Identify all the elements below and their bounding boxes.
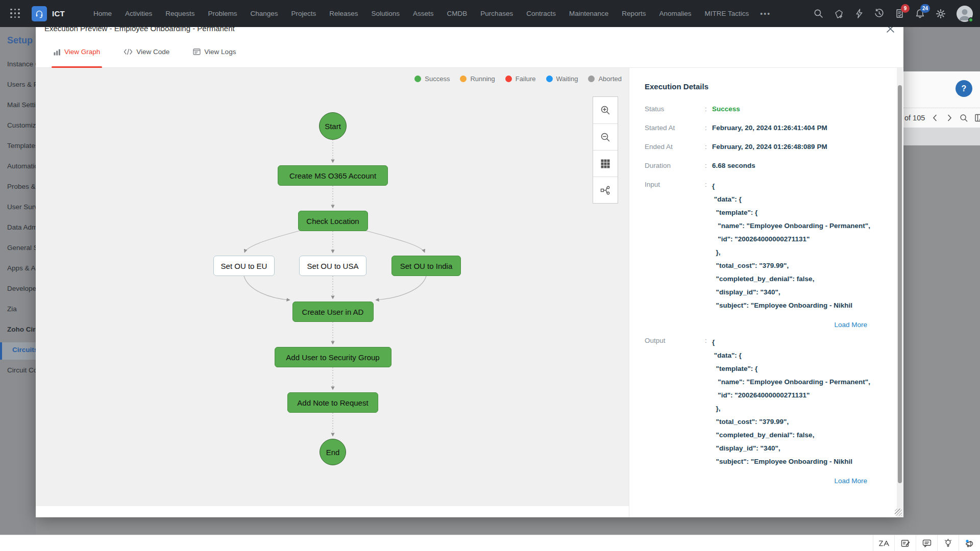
pager-row: of 105	[903, 108, 980, 128]
column-settings-icon[interactable]	[974, 113, 980, 122]
detail-value: February, 20, 2024 01:26:48:089 PM	[712, 142, 827, 152]
nav-item-requests[interactable]: Requests	[165, 10, 194, 17]
presence-dot	[968, 17, 973, 22]
detail-value: 6.68 seconds	[712, 161, 755, 171]
nav-item-reports[interactable]: Reports	[622, 10, 646, 17]
input-load-more-link[interactable]: Load More	[645, 321, 891, 329]
fit-flow-icon[interactable]	[593, 177, 618, 203]
announcement-icon[interactable]	[959, 535, 980, 551]
legend-label: Failure	[516, 75, 536, 83]
sidebar-item-templates[interactable]: Templates	[7, 142, 36, 149]
nav-item-anomalies[interactable]: Anomalies	[659, 10, 692, 17]
detail-label: Duration	[645, 161, 705, 171]
details-scrollbar-thumb[interactable]	[898, 85, 902, 483]
sidebar-item-data-admi[interactable]: Data Admi	[7, 223, 36, 231]
product-logo-headset-icon[interactable]	[32, 6, 47, 21]
legend-label: Success	[425, 75, 450, 83]
app-switcher-icon[interactable]	[10, 9, 20, 19]
graph-node-secgrp[interactable]: Add User to Security Group	[275, 347, 391, 367]
detail-row-duration: Duration:6.68 seconds	[645, 161, 891, 171]
logs-icon	[193, 48, 201, 55]
graph-node-usa[interactable]: Set OU to USA	[299, 256, 366, 276]
zoom-out-icon[interactable]	[593, 123, 618, 150]
gear-icon[interactable]	[936, 9, 946, 19]
sidebar-item-apps-ad[interactable]: Apps & Ad	[7, 264, 36, 272]
nav-item-mitre-tactics[interactable]: MITRE Tactics	[705, 10, 749, 17]
sidebar-item-general-se[interactable]: General Se	[7, 244, 36, 252]
details-title: Execution Details	[645, 82, 891, 91]
nav-item-assets[interactable]: Assets	[413, 10, 434, 17]
nav-item-projects[interactable]: Projects	[291, 10, 316, 17]
modal-resize-handle[interactable]	[895, 509, 902, 516]
zoom-in-icon[interactable]	[593, 97, 618, 123]
sidebar-item-zoho-circu[interactable]: Zoho Circu	[7, 325, 36, 333]
detail-label: Started At	[645, 123, 705, 133]
legend-label: Aborted	[598, 75, 622, 83]
nav-item-activities[interactable]: Activities	[125, 10, 152, 17]
nav-item-solutions[interactable]: Solutions	[372, 10, 400, 17]
detail-label: Ended At	[645, 142, 705, 152]
chevron-right-icon[interactable]	[945, 114, 953, 122]
nav-item-releases[interactable]: Releases	[329, 10, 358, 17]
status-legend: SuccessRunningFailureWaitingAborted	[414, 75, 622, 83]
graph-node-note[interactable]: Add Note to Request	[287, 392, 378, 413]
compose-icon[interactable]	[894, 535, 916, 551]
dimmed-table-area	[903, 145, 980, 535]
nav-item-changes[interactable]: Changes	[250, 10, 278, 17]
nav-item-problems[interactable]: Problems	[208, 10, 237, 17]
setup-sidebar: Setup Instance CUsers & PeMail SettinCus…	[0, 27, 36, 535]
sidebar-item-circuits[interactable]: Circuits	[12, 346, 36, 354]
sidebar-item-instance-c[interactable]: Instance C	[7, 60, 36, 68]
output-load-more-link[interactable]: Load More	[645, 477, 891, 485]
sidebar-item-mail-settin[interactable]: Mail Settin	[7, 101, 36, 109]
graph-node-india[interactable]: Set OU to India	[391, 256, 461, 276]
graph-node-check[interactable]: Check Location	[298, 211, 368, 231]
tab-view-logs[interactable]: View Logs	[193, 36, 236, 68]
sidebar-item-customiza[interactable]: Customiza	[7, 121, 36, 129]
nav-item-home[interactable]: Home	[93, 10, 112, 17]
history-icon[interactable]	[874, 9, 884, 18]
lightbulb-icon[interactable]	[937, 535, 959, 551]
search-icon[interactable]	[814, 9, 823, 18]
detail-value: February, 20, 2024 01:26:41:404 PM	[712, 123, 827, 133]
nav-item-contracts[interactable]: Contracts	[526, 10, 556, 17]
bottom-toolbar	[0, 535, 980, 551]
sidebar-item-users-pe[interactable]: Users & Pe	[7, 81, 36, 88]
sidebar-item-zia[interactable]: Zia	[7, 305, 17, 313]
tab-view-code[interactable]: View Code	[124, 36, 169, 68]
graph-node-start[interactable]: Start	[319, 112, 347, 140]
top-nav: ICT HomeActivitiesRequestsProblemsChange…	[0, 0, 980, 27]
lightning-icon[interactable]	[855, 9, 864, 18]
chat-icon[interactable]	[916, 535, 937, 551]
graph-node-o365[interactable]: Create MS O365 Account	[278, 165, 388, 186]
sidebar-item-automatio[interactable]: Automatio	[7, 162, 36, 170]
details-scrollbar	[897, 68, 903, 517]
tab-label: View Graph	[64, 48, 100, 56]
chevron-left-icon[interactable]	[931, 114, 939, 122]
nav-item-cmdb[interactable]: CMDB	[447, 10, 468, 17]
tab-view-graph[interactable]: View Graph	[54, 36, 100, 68]
zia-icon[interactable]	[873, 535, 894, 551]
sidebar-item-probes-d[interactable]: Probes & D	[7, 183, 36, 190]
sidebar-item-circuit-co[interactable]: Circuit Co	[7, 366, 36, 374]
sidebar-item-user-surve[interactable]: User Surve	[7, 203, 36, 211]
workflow-graph-canvas[interactable]: SuccessRunningFailureWaitingAborted	[36, 68, 629, 506]
approvals-badge: 9	[901, 4, 910, 13]
graph-node-eu[interactable]: Set OU to EU	[213, 256, 275, 276]
sidebar-item-developer[interactable]: Developer	[7, 285, 36, 292]
legend-label: Waiting	[556, 75, 578, 83]
graph-node-end[interactable]: End	[320, 439, 346, 465]
detail-label: Status	[645, 104, 705, 114]
list-search-icon[interactable]	[960, 114, 968, 122]
overview-grid-icon[interactable]	[593, 150, 618, 177]
help-button[interactable]: ?	[955, 80, 972, 97]
approvals-icon[interactable]: 9	[895, 9, 904, 18]
menu-overflow-icon[interactable]: •••	[760, 10, 771, 18]
graph-node-ad[interactable]: Create User in AD	[292, 302, 374, 322]
bell-icon[interactable]: 24	[915, 9, 925, 18]
nav-item-purchases[interactable]: Purchases	[480, 10, 513, 17]
quick-add-icon[interactable]	[834, 9, 844, 19]
avatar[interactable]	[957, 6, 973, 22]
nav-item-maintenance[interactable]: Maintenance	[569, 10, 608, 17]
legend-waiting: Waiting	[546, 75, 578, 83]
